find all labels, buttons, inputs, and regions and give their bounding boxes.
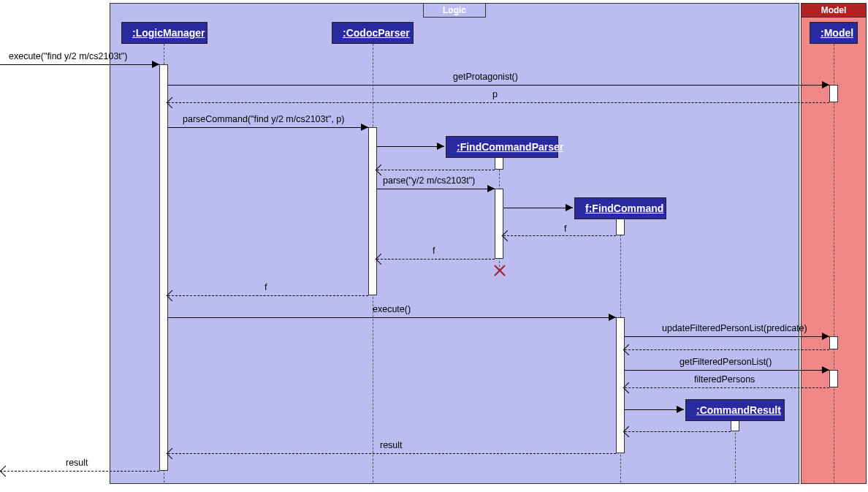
frame-model-label: Model: [802, 4, 866, 18]
arrow-create-cr: [625, 409, 684, 410]
participant-logicmanager: :LogicManager: [121, 22, 208, 44]
msg-update: updateFilteredPersonList(predicate): [662, 323, 807, 333]
arrowhead-execute-in: [152, 61, 159, 68]
arrowhead-update: [822, 333, 829, 340]
msg-result1: result: [380, 440, 403, 450]
arrow-create-fc: [503, 208, 573, 208]
msg-parsecommand: parseCommand("find y/2 m/cs2103t", p): [183, 114, 344, 124]
arrow-create-cr-ret: [625, 431, 731, 432]
arrow-getlist: [625, 370, 829, 371]
msg-execute-in: execute("find y/2 m/cs2103t"): [9, 51, 127, 61]
arrowhead-execute: [609, 314, 616, 321]
activation-model-getlist: [829, 370, 838, 387]
msg-filtered: filteredPersons: [694, 374, 755, 385]
activation-fc-execute: [616, 317, 625, 453]
msg-getprotagonist: getProtagonist(): [453, 72, 518, 82]
activation-codocparser: [368, 127, 377, 295]
arrowhead-getprotagonist: [822, 81, 829, 88]
arrow-f2: [377, 259, 495, 260]
arrow-f3: [168, 295, 368, 296]
arrow-getprotagonist: [168, 85, 829, 86]
msg-parse: parse("y/2 m/cs2103t"): [383, 175, 475, 186]
activation-model-getprot: [829, 85, 838, 102]
activation-fcp-parse: [495, 189, 503, 259]
arrowhead-parse: [487, 185, 495, 192]
arrow-execute: [168, 317, 616, 318]
participant-findcommand: f:FindCommand: [574, 197, 666, 219]
destroy-fcp: [492, 263, 506, 278]
msg-result2: result: [66, 458, 88, 468]
arrow-p: [168, 102, 829, 103]
arrowhead-parsecommand: [361, 124, 368, 131]
msg-execute: execute(): [373, 304, 411, 314]
msg-f3: f: [264, 282, 267, 292]
arrow-execute-in: [0, 64, 159, 65]
arrow-update-ret: [625, 349, 829, 350]
msg-f1: f: [564, 224, 566, 234]
arrow-parsecommand: [168, 127, 368, 128]
arrowhead-create-cr: [677, 406, 684, 413]
msg-p: p: [492, 89, 498, 99]
activation-logicmanager: [159, 64, 168, 471]
arrowhead-create-fc: [566, 204, 573, 211]
participant-codocparser: :CodocParser: [332, 22, 414, 44]
arrowhead-create-fcp: [437, 143, 444, 150]
activation-model-update: [829, 336, 838, 349]
arrow-parse: [377, 189, 495, 189]
arrow-f1: [503, 235, 616, 236]
msg-f2: f: [433, 246, 435, 256]
arrowhead-getlist: [822, 366, 829, 374]
arrow-result2: [0, 471, 159, 472]
arrow-filtered: [625, 387, 829, 388]
arrow-result1: [168, 453, 616, 454]
arrow-create-fcp-ret: [377, 170, 495, 170]
participant-findcommandparser: :FindCommandParser: [446, 136, 558, 158]
participant-model: :Model: [810, 22, 858, 44]
lifeline-model: [834, 44, 834, 482]
msg-getlist: getFilteredPersonList(): [679, 357, 772, 367]
frame-logic-label: Logic: [423, 4, 486, 18]
arrow-create-fcp: [377, 146, 444, 147]
participant-commandresult: :CommandResult: [685, 399, 785, 421]
arrow-update: [625, 336, 829, 337]
